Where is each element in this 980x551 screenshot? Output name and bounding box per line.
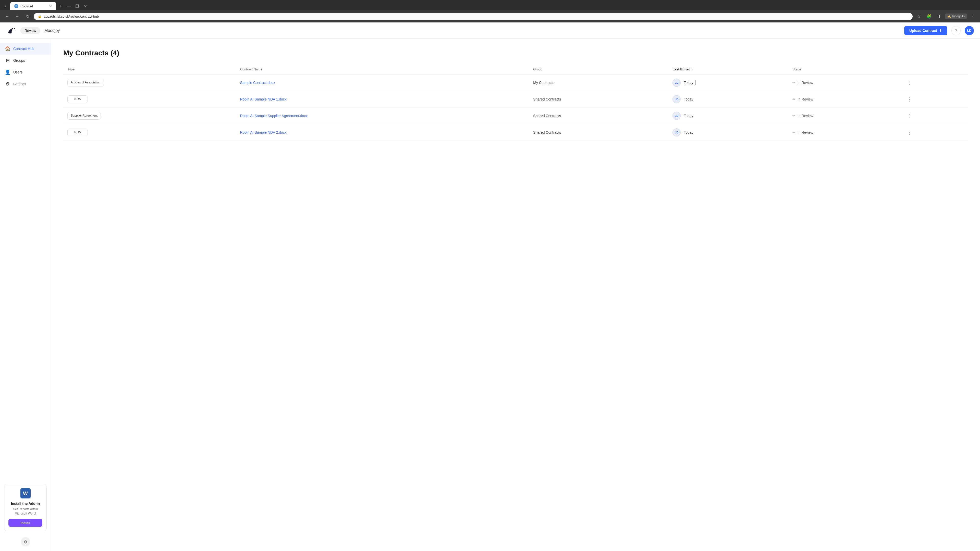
edit-icon-1: ✏ bbox=[792, 97, 795, 101]
cell-group-0: My Contracts bbox=[529, 75, 668, 91]
top-nav: Review Moodjoy Upload Contract ⬆ ? LD bbox=[0, 22, 980, 39]
help-button[interactable]: ? bbox=[951, 26, 961, 35]
sidebar-item-users[interactable]: 👤 Users bbox=[0, 66, 51, 78]
user-avatar-sm-2: LD bbox=[673, 112, 681, 120]
more-options-button-0[interactable]: ⋮ bbox=[905, 79, 914, 87]
window-close-button[interactable]: ✕ bbox=[82, 3, 89, 10]
address-bar[interactable]: 🔒 app.robinai.co.uk/review/contract-hub bbox=[34, 13, 913, 20]
back-button[interactable]: ← bbox=[3, 12, 11, 21]
col-header-actions bbox=[900, 65, 968, 75]
sidebar-item-settings[interactable]: ⚙ Settings bbox=[0, 78, 51, 90]
sidebar-label-groups: Groups bbox=[13, 59, 25, 62]
word-icon: W bbox=[21, 488, 30, 499]
contract-link-0[interactable]: Sample Contract.docx bbox=[240, 81, 275, 85]
stage-text-2: In Review bbox=[797, 114, 813, 118]
cell-more-0: ⋮ bbox=[900, 75, 968, 91]
window-minimize-button[interactable]: — bbox=[65, 3, 73, 10]
cell-type-2: Supplier Agreement bbox=[63, 108, 236, 124]
stage-text-0: In Review bbox=[797, 81, 813, 85]
cell-stage-3: ✏ In Review bbox=[788, 124, 900, 141]
sort-icon: ↑ bbox=[691, 68, 693, 71]
upload-contract-button[interactable]: Upload Contract ⬆ bbox=[904, 26, 947, 35]
type-badge-2: Supplier Agreement bbox=[67, 112, 101, 120]
incognito-label: Incognito bbox=[952, 14, 965, 18]
sidebar-label-contract-hub: Contract Hub bbox=[13, 47, 34, 51]
browser-menu-button[interactable]: ⋮ bbox=[969, 12, 977, 21]
sidebar-item-groups[interactable]: ⊞ Groups bbox=[0, 55, 51, 66]
type-badge-0: Articles of Association bbox=[67, 79, 104, 86]
org-name: Moodjoy bbox=[45, 28, 60, 33]
contract-link-1[interactable]: Robin AI Sample NDA 1.docx bbox=[240, 97, 286, 101]
contracts-table: Type Contract Name Group Last Edited ↑ bbox=[63, 65, 968, 141]
cell-more-3: ⋮ bbox=[900, 124, 968, 141]
col-header-contract-name: Contract Name bbox=[236, 65, 529, 75]
last-edited-text-0: Today bbox=[684, 81, 693, 85]
main-body: 🏠 Contract Hub ⊞ Groups 👤 Users ⚙ Settin… bbox=[0, 39, 980, 551]
type-badge-3: NDA bbox=[67, 129, 88, 136]
refresh-button[interactable]: ↻ bbox=[24, 12, 32, 21]
cell-group-1: Shared Contracts bbox=[529, 91, 668, 108]
table-row[interactable]: NDA Robin AI Sample NDA 2.docx Shared Co… bbox=[63, 124, 968, 141]
cell-last-edited-0: LD Today bbox=[668, 75, 788, 91]
user-avatar-sm-1: LD bbox=[673, 95, 681, 103]
table-row[interactable]: Articles of Association Sample Contract.… bbox=[63, 75, 968, 91]
cell-type-1: NDA bbox=[63, 91, 236, 108]
main-content: My Contracts (4) Type Contract Name Grou… bbox=[51, 39, 980, 551]
extensions-button[interactable]: 🧩 bbox=[925, 12, 933, 21]
new-tab-button[interactable]: + bbox=[57, 3, 64, 10]
user-avatar-sm-3: LD bbox=[673, 128, 681, 137]
col-header-last-edited[interactable]: Last Edited ↑ bbox=[668, 65, 788, 75]
upload-icon: ⬆ bbox=[939, 29, 942, 33]
tab-bar: ‹ R Robin AI ✕ + — ❐ ✕ bbox=[0, 0, 980, 10]
incognito-badge: 🕵 Incognito bbox=[945, 14, 967, 19]
cell-last-edited-1: LD Today bbox=[668, 91, 788, 108]
cell-group-2: Shared Contracts bbox=[529, 108, 668, 124]
addin-description: Get Reports within Microsoft Word! bbox=[8, 507, 42, 516]
stage-text-1: In Review bbox=[797, 97, 813, 101]
cell-stage-2: ✏ In Review bbox=[788, 108, 900, 124]
users-icon: 👤 bbox=[5, 69, 10, 75]
col-header-stage: Stage bbox=[788, 65, 900, 75]
table-row[interactable]: NDA Robin AI Sample NDA 1.docx Shared Co… bbox=[63, 91, 968, 108]
more-options-button-3[interactable]: ⋮ bbox=[905, 128, 914, 137]
sidebar-label-settings: Settings bbox=[13, 82, 26, 86]
user-avatar[interactable]: LD bbox=[965, 26, 974, 35]
table-header-row: Type Contract Name Group Last Edited ↑ bbox=[63, 65, 968, 75]
table-row[interactable]: Supplier Agreement Robin AI Sample Suppl… bbox=[63, 108, 968, 124]
review-badge[interactable]: Review bbox=[21, 27, 40, 34]
downloads-button[interactable]: ⬇ bbox=[935, 12, 943, 21]
url-text: app.robinai.co.uk/review/contract-hub bbox=[44, 14, 99, 18]
bookmark-button[interactable]: ☆ bbox=[915, 12, 923, 21]
cell-stage-1: ✏ In Review bbox=[788, 91, 900, 108]
tab-title: Robin AI bbox=[21, 4, 33, 8]
active-tab[interactable]: R Robin AI ✕ bbox=[10, 2, 56, 10]
toolbar-actions: ☆ 🧩 ⬇ 🕵 Incognito ⋮ bbox=[915, 12, 977, 21]
tab-nav-prev[interactable]: ‹ bbox=[2, 3, 9, 10]
bottom-settings-button[interactable]: ⚙ bbox=[21, 537, 30, 546]
user-avatar-sm-0: LD bbox=[673, 79, 681, 87]
type-badge-1: NDA bbox=[67, 95, 88, 103]
sidebar-item-contract-hub[interactable]: 🏠 Contract Hub bbox=[0, 43, 51, 55]
ssl-lock-icon: 🔒 bbox=[38, 14, 41, 18]
svg-point-0 bbox=[14, 28, 14, 29]
stage-text-3: In Review bbox=[797, 130, 813, 135]
col-header-group: Group bbox=[529, 65, 668, 75]
cell-name-0: Sample Contract.docx bbox=[236, 75, 529, 91]
contract-link-2[interactable]: Robin AI Sample Supplier Agreement.docx bbox=[240, 114, 308, 118]
browser-chrome: ‹ R Robin AI ✕ + — ❐ ✕ ← → ↻ 🔒 app.robin… bbox=[0, 0, 980, 22]
user-initials: LD bbox=[967, 29, 971, 32]
more-options-button-1[interactable]: ⋮ bbox=[905, 95, 914, 103]
edit-icon-0: ✏ bbox=[792, 81, 795, 85]
window-restore-button[interactable]: ❐ bbox=[73, 3, 81, 10]
bottom-settings-icon: ⚙ bbox=[24, 540, 27, 545]
cell-more-1: ⋮ bbox=[900, 91, 968, 108]
addin-card: W Install the Add-in Get Reports within … bbox=[4, 484, 47, 531]
more-options-button-2[interactable]: ⋮ bbox=[905, 112, 914, 120]
contract-link-3[interactable]: Robin AI Sample NDA 2.docx bbox=[240, 130, 286, 135]
forward-button[interactable]: → bbox=[13, 12, 21, 21]
tab-close-button[interactable]: ✕ bbox=[49, 4, 52, 8]
cursor-indicator bbox=[695, 80, 695, 85]
install-button[interactable]: Install bbox=[8, 519, 42, 527]
col-header-type: Type bbox=[63, 65, 236, 75]
incognito-icon: 🕵 bbox=[947, 14, 951, 18]
